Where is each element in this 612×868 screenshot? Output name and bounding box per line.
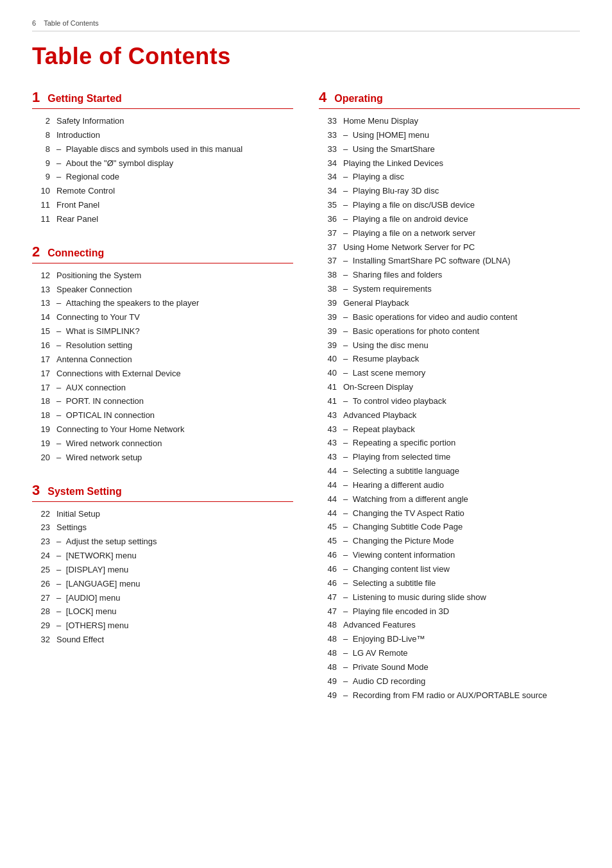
- header-page-num: 6: [32, 19, 36, 27]
- toc-entry: 18– PORT. IN connection: [32, 396, 293, 408]
- dash-icon: –: [343, 368, 350, 378]
- dash-icon: –: [56, 158, 64, 168]
- entry-page-num: 8: [32, 129, 50, 142]
- toc-entry: 39General Playback: [319, 297, 580, 310]
- toc-main-title: Table of Contents: [32, 43, 580, 70]
- toc-entry: 45– Changing Subtitle Code Page: [319, 521, 580, 533]
- toc-entry: 13Speaker Connection: [32, 284, 293, 296]
- section-4: 4Operating33Home Menu Display33– Using […: [319, 89, 580, 701]
- entry-text: – Watching from a different angle: [343, 494, 468, 506]
- entry-page-num: 39: [319, 340, 337, 352]
- dash-icon: –: [56, 144, 64, 154]
- dash-icon: –: [343, 214, 350, 224]
- entry-page-num: 25: [32, 564, 50, 576]
- entry-text: – [OTHERS] menu: [56, 620, 128, 632]
- entry-text: – AUX connection: [56, 382, 126, 394]
- toc-entry: 43Advanced Playback: [319, 410, 580, 422]
- dash-icon: –: [343, 424, 350, 434]
- section-title-2: Connecting: [47, 247, 104, 259]
- entry-page-num: 36: [319, 213, 337, 226]
- toc-entry: 44– Selecting a subtitle language: [319, 465, 580, 478]
- toc-entry: 46– Viewing content information: [319, 549, 580, 562]
- entry-page-num: 40: [319, 353, 337, 365]
- entry-text: – Playing Blu-ray 3D disc: [343, 185, 439, 197]
- section-title-1: Getting Started: [47, 93, 122, 104]
- dash-icon: –: [343, 228, 350, 238]
- entry-text: – Changing content list view: [343, 563, 450, 576]
- toc-entry: 16– Resolution setting: [32, 340, 293, 352]
- entry-page-num: 41: [319, 381, 337, 394]
- toc-entry: 37Using Home Network Server for PC: [319, 242, 580, 254]
- entry-text: Antenna Connection: [56, 354, 132, 366]
- dash-icon: –: [56, 383, 64, 392]
- entry-page-num: 16: [32, 340, 50, 352]
- toc-entry: 27– [AUDIO] menu: [32, 592, 293, 605]
- dash-icon: –: [56, 410, 64, 420]
- toc-entry: 43– Playing from selected time: [319, 451, 580, 463]
- entry-text: – Playing a disc: [343, 171, 404, 183]
- dash-icon: –: [56, 453, 64, 462]
- toc-entry: 49– Recording from FM radio or AUX/PORTA…: [319, 690, 580, 702]
- entry-page-num: 44: [319, 465, 337, 478]
- entry-text: – [DISPLAY] menu: [56, 564, 128, 576]
- entry-text: Remote Control: [56, 185, 115, 197]
- dash-icon: –: [343, 564, 350, 574]
- toc-entry: 38– Sharing files and folders: [319, 269, 580, 281]
- section-3: 3System Setting22Initial Setup23Settings…: [32, 482, 293, 646]
- entry-text: – Resolution setting: [56, 340, 132, 352]
- toc-entry: 29– [OTHERS] menu: [32, 620, 293, 632]
- entry-page-num: 11: [32, 199, 50, 212]
- entry-text: Settings: [56, 522, 87, 534]
- dash-icon: –: [56, 621, 64, 630]
- section-title-3: System Setting: [47, 486, 122, 497]
- section-num-4: 4: [319, 89, 327, 106]
- dash-icon: –: [343, 256, 350, 265]
- entry-page-num: 14: [32, 312, 50, 324]
- entry-text: – Regional code: [56, 171, 119, 183]
- toc-entry: 13– Attaching the speakers to the player: [32, 297, 293, 310]
- entry-page-num: 48: [319, 619, 337, 631]
- entry-text: – [NETWORK] menu: [56, 550, 137, 562]
- entry-page-num: 22: [32, 508, 50, 521]
- entry-text: Introduction: [56, 129, 100, 142]
- dash-icon: –: [343, 340, 350, 350]
- toc-entry: 48– LG AV Remote: [319, 647, 580, 660]
- toc-entry: 39– Basic operations for video and audio…: [319, 312, 580, 324]
- entry-text: – Using the SmartShare: [343, 144, 435, 156]
- toc-entry: 25– [DISPLAY] menu: [32, 564, 293, 576]
- toc-entry: 37– Installing SmartShare PC software (D…: [319, 255, 580, 267]
- dash-icon: –: [56, 396, 64, 406]
- section-title-4: Operating: [334, 93, 383, 104]
- entry-page-num: 12: [32, 270, 50, 282]
- section-1: 1Getting Started2Safety Information8Intr…: [32, 89, 293, 226]
- entry-text: – Sharing files and folders: [343, 269, 442, 281]
- dash-icon: –: [343, 592, 350, 602]
- dash-icon: –: [56, 593, 64, 603]
- entry-page-num: 48: [319, 633, 337, 646]
- entry-text: – Wired network connection: [56, 438, 162, 450]
- entry-text: – OPTICAL IN connection: [56, 410, 155, 422]
- entry-text: – What is SIMPLINK?: [56, 326, 140, 338]
- entry-page-num: 38: [319, 269, 337, 281]
- toc-entry: 33Home Menu Display: [319, 115, 580, 128]
- section-header-4: 4Operating: [319, 89, 580, 109]
- toc-entry: 8Introduction: [32, 129, 293, 142]
- entry-text: – [AUDIO] menu: [56, 592, 120, 605]
- entry-page-num: 24: [32, 550, 50, 562]
- dash-icon: –: [343, 634, 350, 644]
- toc-entry: 33– Using the SmartShare: [319, 144, 580, 156]
- entry-text: – Using the disc menu: [343, 340, 429, 352]
- toc-entry: 45– Changing the Picture Mode: [319, 535, 580, 547]
- entry-page-num: 49: [319, 690, 337, 702]
- toc-entry: 36– Playing a file on android device: [319, 213, 580, 226]
- entry-page-num: 39: [319, 326, 337, 338]
- toc-entry: 28– [LOCK] menu: [32, 606, 293, 618]
- entry-page-num: 17: [32, 354, 50, 366]
- toc-entry: 18– OPTICAL IN connection: [32, 410, 293, 422]
- entry-page-num: 33: [319, 129, 337, 142]
- left-column: 1Getting Started2Safety Information8Intr…: [32, 89, 293, 719]
- entry-page-num: 35: [319, 199, 337, 212]
- toc-entry: 48Advanced Features: [319, 619, 580, 631]
- toc-entry: 40– Last scene memory: [319, 367, 580, 380]
- entry-text: – Viewing content information: [343, 549, 455, 562]
